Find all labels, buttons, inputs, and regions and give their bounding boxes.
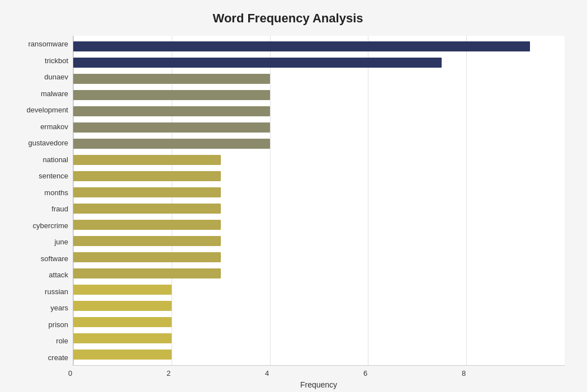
- y-label: malware: [41, 90, 68, 97]
- chart-title: Word Frequency Analysis: [11, 11, 565, 26]
- y-label: prison: [49, 321, 68, 328]
- bar-row: [73, 219, 565, 231]
- bar-row: [73, 235, 565, 247]
- bar-row: [73, 73, 565, 85]
- bar: [73, 74, 270, 84]
- bar: [73, 285, 172, 295]
- x-tick-label: 4: [265, 369, 269, 377]
- y-label: russian: [45, 288, 68, 295]
- bar: [73, 236, 221, 246]
- x-tick-label: 8: [462, 369, 466, 377]
- bar: [73, 122, 270, 133]
- chart-container: Word Frequency Analysis ransomwaretrickb…: [0, 0, 587, 392]
- x-tick-label: 6: [363, 369, 367, 377]
- bar: [73, 90, 270, 100]
- bar-row: [73, 300, 565, 312]
- y-label: role: [56, 337, 68, 344]
- y-label: fraud: [51, 205, 68, 212]
- x-tick-label: 0: [68, 369, 72, 377]
- bar: [73, 252, 221, 262]
- bar-row: [73, 121, 565, 134]
- y-label: months: [44, 189, 68, 196]
- bar: [73, 187, 221, 197]
- bar-row: [73, 40, 565, 53]
- y-label: cybercrime: [32, 222, 68, 229]
- bar-row: [73, 284, 565, 296]
- bar-row: [73, 56, 565, 69]
- y-label: trickbot: [45, 57, 68, 64]
- bar: [73, 155, 221, 165]
- x-axis-labels: 02468: [73, 366, 565, 377]
- bar: [73, 58, 442, 68]
- bar-row: [73, 138, 565, 150]
- bar-row: [73, 316, 565, 328]
- y-axis-labels: ransomwaretrickbotdunaevmalwaredevelopme…: [11, 36, 73, 366]
- y-label: create: [48, 354, 68, 361]
- y-label: software: [41, 255, 68, 262]
- y-label: dunaev: [44, 73, 68, 81]
- bar-row: [73, 89, 565, 101]
- y-label: ermakov: [40, 123, 68, 130]
- bar-row: [73, 170, 565, 182]
- bar: [73, 350, 172, 360]
- y-label: ransomware: [28, 40, 68, 48]
- bar-row: [73, 267, 565, 280]
- y-label: sentence: [39, 172, 68, 180]
- bar: [73, 220, 221, 230]
- bar-row: [73, 154, 565, 166]
- bar: [73, 171, 221, 181]
- x-axis-title: Frequency: [73, 380, 565, 389]
- bar: [73, 41, 530, 51]
- bar: [73, 106, 270, 116]
- bar: [73, 139, 270, 149]
- y-label: attack: [49, 271, 68, 278]
- bar-row: [73, 348, 565, 361]
- bar: [73, 204, 221, 214]
- x-tick-label: 2: [167, 369, 171, 377]
- bar: [73, 317, 172, 327]
- y-label: gustavedore: [28, 139, 68, 147]
- bars-and-grid: [73, 36, 565, 366]
- y-label: years: [50, 304, 68, 311]
- bar-row: [73, 105, 565, 117]
- bar-row: [73, 251, 565, 263]
- y-label: development: [27, 106, 68, 114]
- bar-row: [73, 332, 565, 344]
- bar-row: [73, 186, 565, 199]
- chart-area: ransomwaretrickbotdunaevmalwaredevelopme…: [11, 36, 565, 366]
- bar: [73, 333, 172, 343]
- bar-row: [73, 202, 565, 215]
- y-label: national: [42, 156, 68, 163]
- y-label: june: [54, 238, 68, 245]
- bar: [73, 301, 172, 311]
- bar: [73, 268, 221, 278]
- bars-container: [73, 36, 565, 365]
